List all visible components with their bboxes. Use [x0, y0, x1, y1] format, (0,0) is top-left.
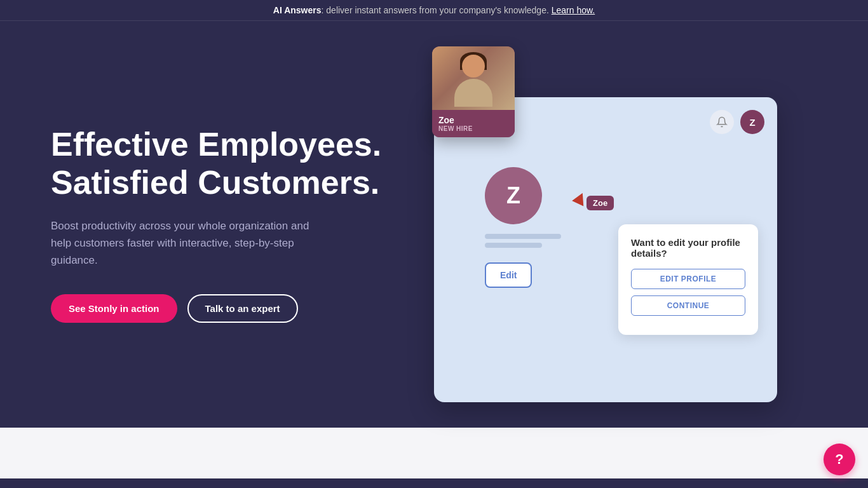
- banner-text: : deliver instant answers from your comp…: [322, 5, 549, 15]
- mock-content-lines: [485, 234, 561, 248]
- profile-name: Zoe: [438, 115, 508, 125]
- person-illustration: [448, 50, 499, 107]
- hero-title-line1: Effective Employees.: [51, 126, 381, 163]
- talk-expert-button[interactable]: Talk to an expert: [187, 294, 298, 323]
- user-avatar-icon: Z: [740, 110, 764, 134]
- popup-tooltip: Want to edit your profile details? EDIT …: [618, 224, 758, 335]
- profile-card: Zoe NEW HIRE: [432, 46, 515, 137]
- avatar-letter: Z: [749, 117, 755, 128]
- hero-subtitle: Boost productivity across your whole org…: [51, 217, 318, 269]
- hero-section: Effective Employees. Satisfied Customers…: [0, 21, 868, 428]
- hero-title: Effective Employees. Satisfied Customers…: [51, 126, 394, 202]
- help-button[interactable]: ?: [824, 444, 855, 475]
- hero-buttons: See Stonly in action Talk to an expert: [51, 294, 394, 323]
- cursor-icon: [572, 191, 588, 207]
- cursor-label: Zoe: [587, 196, 614, 210]
- banner-highlight: AI Answers: [273, 5, 322, 15]
- z-avatar-letter: Z: [506, 182, 520, 209]
- mockup-top-icons: Z: [710, 110, 764, 134]
- mock-line-2: [485, 243, 542, 248]
- hero-right: Zoe NEW HIRE Z Z: [394, 46, 817, 402]
- person-body: [454, 79, 492, 107]
- bell-icon: [710, 110, 734, 134]
- hero-title-line2: Satisfied Customers.: [51, 164, 379, 201]
- profile-role: NEW HIRE: [438, 125, 508, 132]
- profile-card-info: Zoe NEW HIRE: [432, 110, 515, 137]
- see-stonly-button[interactable]: See Stonly in action: [51, 294, 177, 323]
- top-banner: AI Answers: deliver instant answers from…: [0, 0, 868, 21]
- person-head: [462, 55, 485, 78]
- banner-link[interactable]: Learn how.: [552, 5, 595, 15]
- profile-card-image: [432, 46, 515, 110]
- bottom-strip: [0, 428, 868, 478]
- edit-mock-button[interactable]: Edit: [485, 262, 532, 288]
- popup-title: Want to edit your profile details?: [631, 237, 745, 259]
- edit-profile-button[interactable]: EDIT PROFILE: [631, 269, 745, 289]
- mockup-window: Z Z Zoe Edit Want to edit your profile d…: [434, 97, 777, 402]
- z-avatar-large: Z: [485, 167, 542, 224]
- mock-line-1: [485, 234, 561, 239]
- hero-left: Effective Employees. Satisfied Customers…: [51, 126, 394, 323]
- continue-button[interactable]: CONTINUE: [631, 295, 745, 316]
